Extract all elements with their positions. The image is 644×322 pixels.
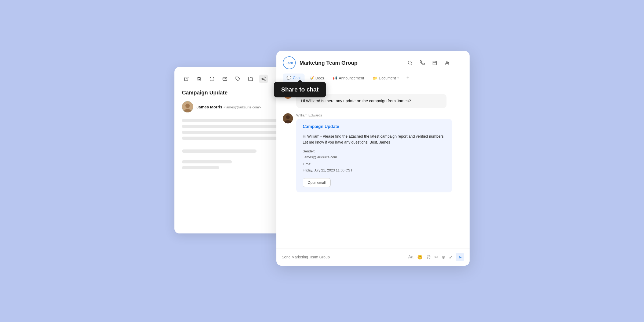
svg-rect-12	[433, 61, 437, 65]
open-email-button[interactable]: Open email	[303, 178, 331, 187]
message-william: William Edwards Campaign Update Hi Willi…	[283, 113, 463, 192]
svg-point-5	[264, 77, 265, 78]
email-card-time: Time: Friday, July 21, 2023 11:00 CST	[303, 161, 445, 173]
svg-point-10	[408, 61, 411, 64]
tab-announcement-label: Announcement	[339, 76, 364, 80]
tab-document[interactable]: 📁 Document ▾	[369, 74, 403, 82]
tab-docs-label: Docs	[316, 76, 324, 80]
email-card: Campaign Update Hi William - Please find…	[296, 119, 452, 192]
tag-icon[interactable]	[233, 75, 242, 83]
header-more-icon[interactable]: ···	[456, 59, 463, 67]
send-icon: ➤	[458, 255, 462, 260]
chat-messages: Ellie Taylor Hi William! Is there any up…	[276, 83, 470, 248]
call-icon[interactable]	[419, 59, 426, 67]
email-card-title: Campaign Update	[303, 124, 445, 129]
share-tooltip: Share to chat	[274, 82, 326, 97]
chat-input[interactable]	[282, 255, 405, 259]
tab-chat-label: Chat	[293, 76, 301, 80]
expand-icon[interactable]: ⤢	[449, 255, 452, 260]
svg-rect-0	[184, 77, 188, 78]
email-card-sender: Sender: James@larksuite.com	[303, 148, 445, 160]
email-line	[182, 149, 257, 153]
tab-document-label: Document	[379, 76, 396, 80]
email-line	[182, 137, 281, 140]
email-card-body: Hi William - Please find the attached th…	[303, 133, 445, 145]
sender-avatar	[182, 101, 193, 112]
mention-icon[interactable]: @	[426, 255, 431, 259]
tab-docs[interactable]: 📝 Docs	[306, 74, 328, 82]
plus-circle-icon[interactable]: ⊕	[442, 255, 445, 260]
mail-icon[interactable]	[221, 75, 229, 83]
add-user-icon[interactable]	[443, 59, 451, 67]
william-message-content: William Edwards Campaign Update Hi Willi…	[296, 113, 463, 192]
tab-add-button[interactable]: +	[404, 73, 412, 83]
email-line	[182, 160, 232, 163]
chat-header-top: Lark Marketing Team Group ···	[283, 56, 463, 69]
search-icon[interactable]	[406, 59, 414, 67]
william-avatar	[283, 113, 293, 123]
svg-point-16	[446, 61, 448, 63]
document-tab-icon: 📁	[373, 76, 377, 80]
main-scene: ··· Campaign Update James Morris <james@…	[174, 51, 470, 271]
font-size-icon[interactable]: Aa	[408, 255, 414, 259]
chat-header: Lark Marketing Team Group ···	[276, 51, 470, 83]
delete-icon[interactable]	[195, 75, 203, 83]
svg-line-11	[411, 64, 412, 64]
chat-header-icons: ···	[406, 59, 463, 67]
svg-line-8	[263, 79, 264, 80]
archive-icon[interactable]	[182, 75, 191, 83]
input-icons: Aa 😊 @ ✂ ⊕ ⤢	[408, 255, 452, 260]
folder-icon[interactable]	[246, 75, 255, 83]
chat-input-area: Aa 😊 @ ✂ ⊕ ⤢ ➤	[276, 248, 470, 266]
calendar-icon[interactable]	[431, 59, 438, 67]
lark-logo: Lark	[283, 56, 296, 69]
sender-info: James Morris <james@larksuite.com>	[196, 105, 261, 109]
sender-name: James Morris <james@larksuite.com>	[196, 105, 261, 109]
chat-tabs: 💬 Chat 📝 Docs 📢 Announcement 📁 Document …	[283, 73, 463, 83]
chat-title: Marketing Team Group	[299, 60, 402, 66]
alert-icon[interactable]	[208, 75, 216, 83]
svg-line-9	[263, 78, 264, 79]
chat-tab-icon: 💬	[287, 76, 291, 80]
document-chevron-icon: ▾	[397, 76, 399, 79]
send-button[interactable]: ➤	[456, 253, 464, 261]
docs-tab-icon: 📝	[309, 76, 314, 80]
scissors-icon[interactable]: ✂	[434, 255, 438, 260]
svg-point-7	[264, 80, 265, 81]
email-line	[182, 166, 219, 169]
share-icon[interactable]	[259, 75, 268, 83]
announcement-tab-icon: 📢	[332, 76, 337, 80]
emoji-icon[interactable]: 😊	[417, 255, 423, 260]
william-name: William Edwards	[296, 113, 463, 117]
tab-announcement[interactable]: 📢 Announcement	[329, 74, 368, 82]
svg-point-6	[262, 78, 263, 80]
